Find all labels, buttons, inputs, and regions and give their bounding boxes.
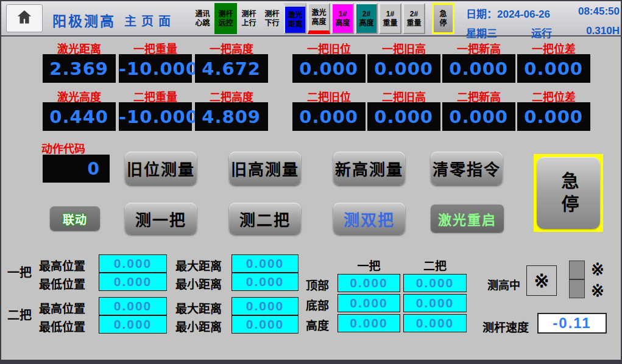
stat-label: 最低位置 xyxy=(39,318,85,334)
measure-one-button[interactable]: 测一把 xyxy=(125,203,197,234)
run-status: 运行 xyxy=(531,25,552,40)
rod-speed-label: 测杆速度 xyxy=(482,318,529,335)
new-height-measure-button[interactable]: 新高测量 xyxy=(333,152,405,185)
display-value: 0.000 xyxy=(367,102,440,131)
table-cell: 0.000 xyxy=(338,274,400,292)
nav-estop-button[interactable]: 急 停 xyxy=(432,3,454,34)
nav-comm-heartbeat[interactable]: 通讯 心跳 xyxy=(191,3,214,34)
header-nav: 通讯 心跳 测杆 远控 测杆 上行 测杆 下行 激光 距离 激光 高度 1# 高… xyxy=(191,3,455,34)
stat-value: 0.000 xyxy=(99,273,167,291)
stat-value: 0.000 xyxy=(231,297,299,315)
nav-2-weight[interactable]: 2# 重量 xyxy=(403,3,425,34)
display-value: 0.440 xyxy=(43,102,116,131)
action-code-label: 动作代码 xyxy=(32,140,105,156)
measure-both-button[interactable]: 测双把 xyxy=(333,203,405,234)
display-value: 4.809 xyxy=(195,102,268,131)
display-value: 0.000 xyxy=(292,54,366,83)
app-title: 阳极测高 xyxy=(52,10,116,30)
nav-laser-distance[interactable]: 激光 距离 xyxy=(284,3,306,34)
nav-rod-up[interactable]: 测杆 上行 xyxy=(238,3,260,34)
datetime-panel: 日期：2024-06-26 08:45:50 星期三 运行 0.310H xyxy=(466,5,620,40)
home-button[interactable] xyxy=(6,4,43,32)
display-value: 0.000 xyxy=(292,102,366,131)
stat-value: 0.000 xyxy=(231,254,299,273)
nav-rod-down[interactable]: 测杆 下行 xyxy=(261,3,283,34)
table-col1-header: 一把 xyxy=(338,257,400,273)
table-cell: 0.000 xyxy=(403,314,467,332)
indicator-symbol-1: ※ xyxy=(591,261,604,279)
old-pos-measure-button[interactable]: 旧位测量 xyxy=(125,152,197,185)
stat-label: 最小距离 xyxy=(175,318,222,334)
table-cell: 0.000 xyxy=(338,314,400,332)
stat-value: 0.000 xyxy=(231,315,299,334)
estop-button[interactable]: 急停 xyxy=(534,154,603,232)
stat-value: 0.000 xyxy=(231,273,299,291)
header-bar: 阳极测高 主页面 通讯 心跳 测杆 远控 测杆 上行 测杆 下行 激光 距离 激… xyxy=(1,1,621,37)
runtime-value: 0.310H xyxy=(586,25,620,40)
laser-restart-button[interactable]: 激光重启 xyxy=(431,205,504,233)
nav-1-height[interactable]: 1# 高度 xyxy=(331,3,354,34)
table-cell: 0.000 xyxy=(403,294,467,312)
stat-label: 最大距离 xyxy=(175,299,222,316)
table-row-label: 高度 xyxy=(306,317,329,333)
stat-value: 0.000 xyxy=(99,315,167,334)
table-row-label: 底部 xyxy=(306,296,329,313)
stat-label: 最大距离 xyxy=(175,257,222,273)
measuring-label: 测高中 xyxy=(487,276,520,292)
indicator-symbol-2: ※ xyxy=(591,282,604,301)
nav-laser-height[interactable]: 激光 高度 xyxy=(308,3,330,34)
estop-label: 急停 xyxy=(556,172,581,218)
group1-name: 一把 xyxy=(7,263,32,281)
table-col2-header: 二把 xyxy=(403,257,467,273)
measure-two-button[interactable]: 测二把 xyxy=(229,203,301,234)
old-height-measure-button[interactable]: 旧高测量 xyxy=(229,152,301,185)
display-value: 4.672 xyxy=(195,54,268,83)
stat-value: 0.000 xyxy=(99,297,167,315)
action-code-value: 0 xyxy=(43,155,110,183)
clear-command-button[interactable]: 清零指令 xyxy=(431,152,503,185)
nav-rod-remote[interactable]: 测杆 远控 xyxy=(214,3,237,34)
stat-label: 最高位置 xyxy=(39,299,85,316)
display-value: -10.000 xyxy=(119,54,192,83)
table-row-label: 顶部 xyxy=(306,276,329,293)
table-cell: 0.000 xyxy=(403,274,467,292)
stat-label: 最高位置 xyxy=(39,257,85,273)
date-label: 日期：2024-06-26 xyxy=(466,5,550,21)
linkage-button[interactable]: 联动 xyxy=(50,206,100,231)
rod-speed-value: -0.11 xyxy=(537,313,607,334)
hmi-screen: 阳极测高 主页面 通讯 心跳 测杆 远控 测杆 上行 测杆 下行 激光 距离 激… xyxy=(0,0,622,364)
nav-1-weight[interactable]: 1# 重量 xyxy=(379,3,401,34)
display-value: 0.000 xyxy=(442,102,515,131)
display-value: -10.000 xyxy=(119,102,192,131)
nav-2-height[interactable]: 2# 高度 xyxy=(355,3,378,34)
display-value: 0.000 xyxy=(517,102,590,131)
weekday-label: 星期三 xyxy=(466,25,497,40)
display-value: 0.000 xyxy=(367,54,440,83)
stat-value: 0.000 xyxy=(99,254,167,273)
display-value: 0.000 xyxy=(442,54,515,83)
indicator-lamp-2 xyxy=(569,279,585,298)
stat-label: 最低位置 xyxy=(39,275,85,292)
group2-name: 二把 xyxy=(7,306,32,323)
table-cell: 0.000 xyxy=(338,294,400,312)
stat-label: 最小距离 xyxy=(175,275,222,292)
display-value: 2.369 xyxy=(43,54,116,83)
indicator-lamp-1 xyxy=(569,261,585,279)
home-icon xyxy=(15,9,34,28)
display-value: 0.000 xyxy=(517,54,590,83)
time-value: 08:45:50 xyxy=(578,5,620,21)
page-title: 主页面 xyxy=(124,12,175,29)
measuring-indicator: ※ xyxy=(526,265,557,296)
